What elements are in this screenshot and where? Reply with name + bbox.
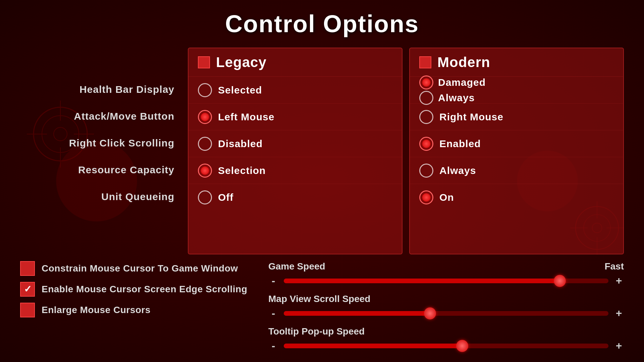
tooltip-thumb[interactable] — [456, 340, 468, 352]
modern-health-always-label: Always — [438, 92, 475, 104]
tooltip-title: Tooltip Pop-up Speed — [268, 326, 365, 337]
checkbox-row-enlarge: Enlarge Mouse Cursors — [20, 303, 255, 317]
checkboxes-area: Constrain Mouse Cursor To Game Window ✓ … — [20, 261, 255, 352]
modern-health-damaged-radio[interactable] — [419, 75, 433, 89]
legacy-scrolling-label: Disabled — [218, 138, 263, 149]
modern-header: Modern — [410, 48, 623, 77]
tooltip-fill — [284, 344, 462, 348]
row-label-health: Health Bar Display — [20, 76, 181, 103]
modern-rows: Damaged Always Right Mouse — [410, 77, 623, 254]
row-label-attack: Attack/Move Button — [20, 103, 181, 130]
legacy-resource-radio[interactable] — [198, 164, 212, 178]
tooltip-controls: - + — [268, 340, 624, 352]
modern-scrolling-radio[interactable] — [419, 137, 433, 151]
map-scroll-controls: - + — [268, 307, 624, 319]
bottom-section: Constrain Mouse Cursor To Game Window ✓ … — [20, 261, 624, 352]
legacy-resource-label: Selection — [218, 165, 266, 176]
map-scroll-fill — [284, 311, 430, 316]
legacy-scrolling-radio[interactable] — [198, 137, 212, 151]
map-scroll-thumb[interactable] — [424, 307, 436, 319]
tooltip-minus[interactable]: - — [268, 340, 278, 352]
tooltip-title-row: Tooltip Pop-up Speed — [268, 326, 624, 337]
modern-health-row: Damaged Always — [410, 77, 623, 104]
checkbox-row-constrain: Constrain Mouse Cursor To Game Window — [20, 261, 255, 276]
modern-queueing-label: On — [439, 192, 454, 203]
game-speed-controls: - + — [268, 275, 624, 287]
map-scroll-plus[interactable]: + — [614, 307, 624, 319]
label-column: Health Bar Display Attack/Move Button Ri… — [20, 48, 181, 254]
modern-health-damaged-label: Damaged — [438, 77, 486, 88]
page-title: Control Options — [225, 10, 419, 38]
tooltip-plus[interactable]: + — [614, 340, 624, 352]
map-scroll-title-row: Map View Scroll Speed — [268, 294, 624, 304]
game-speed-plus[interactable]: + — [614, 275, 624, 287]
legacy-title: Legacy — [216, 54, 267, 70]
legacy-header: Legacy — [189, 48, 402, 77]
tooltip-slider-row: Tooltip Pop-up Speed - + — [268, 326, 624, 352]
game-speed-minus[interactable]: - — [268, 275, 278, 287]
game-speed-track[interactable] — [284, 279, 608, 283]
game-speed-thumb[interactable] — [554, 275, 566, 287]
modern-scrolling-row: Enabled — [410, 130, 623, 157]
modern-resource-row: Always — [410, 157, 623, 184]
modern-panel: Modern Damaged Always — [409, 48, 624, 254]
edge-scrolling-checkbox[interactable]: ✓ — [20, 282, 35, 297]
game-speed-fill — [284, 279, 560, 283]
legacy-attack-label: Left Mouse — [218, 111, 274, 123]
sliders-area: Game Speed Fast - + Map View Scroll Spee… — [268, 261, 624, 352]
modern-title: Modern — [437, 54, 490, 70]
constrain-checkbox[interactable] — [20, 261, 35, 276]
row-label-scrolling: Right Click Scrolling — [20, 130, 181, 157]
modern-health-always-radio[interactable] — [419, 91, 433, 105]
modern-resource-radio[interactable] — [419, 164, 433, 178]
legacy-health-radio[interactable] — [198, 83, 212, 97]
enlarge-label: Enlarge Mouse Cursors — [42, 305, 151, 315]
checkbox-row-edge-scrolling: ✓ Enable Mouse Cursor Screen Edge Scroll… — [20, 282, 255, 297]
game-speed-title-row: Game Speed Fast — [268, 261, 624, 272]
legacy-panel: Legacy Selected Left Mouse — [188, 48, 402, 254]
enlarge-checkbox[interactable] — [20, 303, 35, 317]
map-scroll-title: Map View Scroll Speed — [268, 294, 370, 304]
modern-attack-radio[interactable] — [419, 110, 433, 124]
panels-area: Legacy Selected Left Mouse — [188, 48, 624, 254]
constrain-label: Constrain Mouse Cursor To Game Window — [42, 263, 238, 274]
map-scroll-minus[interactable]: - — [268, 307, 278, 319]
game-speed-value: Fast — [604, 261, 624, 272]
legacy-health-label: Selected — [218, 84, 262, 96]
legacy-checkbox[interactable] — [198, 56, 210, 68]
legacy-resource-row: Selection — [189, 157, 402, 184]
legacy-health-row: Selected — [189, 77, 402, 104]
modern-health-damaged-option: Damaged — [419, 75, 614, 89]
modern-scrolling-label: Enabled — [439, 138, 481, 149]
legacy-scrolling-row: Disabled — [189, 130, 402, 157]
options-area: Health Bar Display Attack/Move Button Ri… — [20, 48, 624, 254]
modern-resource-label: Always — [439, 165, 476, 176]
map-scroll-track[interactable] — [284, 311, 608, 316]
legacy-rows: Selected Left Mouse Disabled — [189, 77, 402, 254]
legacy-attack-row: Left Mouse — [189, 104, 402, 130]
modern-attack-row: Right Mouse — [410, 104, 623, 130]
legacy-queueing-radio[interactable] — [198, 190, 212, 204]
modern-queueing-row: On — [410, 184, 623, 211]
modern-checkbox[interactable] — [419, 56, 431, 68]
modern-attack-label: Right Mouse — [439, 111, 503, 123]
row-label-resource: Resource Capacity — [20, 157, 181, 183]
legacy-queueing-row: Off — [189, 184, 402, 211]
modern-health-always-option: Always — [419, 91, 614, 105]
game-speed-slider-row: Game Speed Fast - + — [268, 261, 624, 287]
edge-scrolling-label: Enable Mouse Cursor Screen Edge Scrollin… — [42, 284, 247, 295]
checkmark-icon: ✓ — [24, 285, 32, 294]
legacy-queueing-label: Off — [218, 192, 233, 203]
map-scroll-slider-row: Map View Scroll Speed - + — [268, 294, 624, 319]
modern-queueing-radio[interactable] — [419, 190, 433, 204]
legacy-attack-radio[interactable] — [198, 110, 212, 124]
row-label-queueing: Unit Queueing — [20, 183, 181, 210]
tooltip-track[interactable] — [284, 344, 608, 348]
game-speed-title: Game Speed — [268, 261, 325, 272]
